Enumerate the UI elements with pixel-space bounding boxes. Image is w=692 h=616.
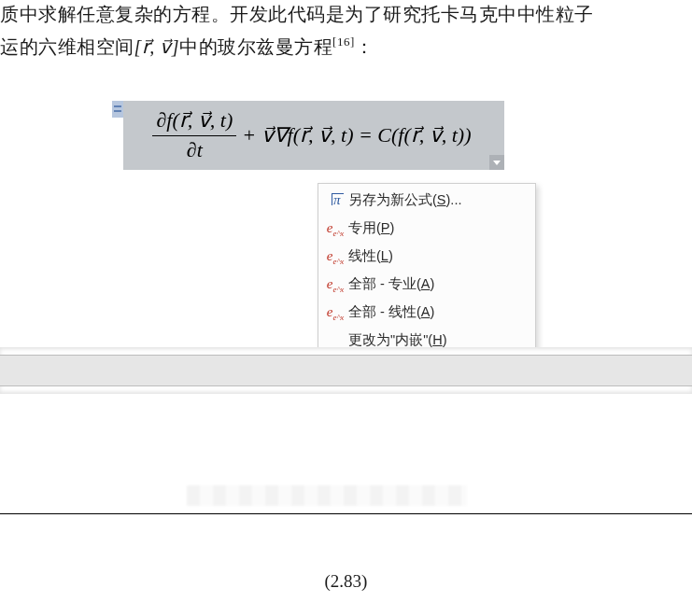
equation-number: (2.83): [0, 571, 692, 592]
menu-label: 专用(P): [348, 219, 513, 237]
professional-format-icon: ee^x: [322, 217, 348, 239]
para-line2-pre: 运的六维相空间: [0, 36, 134, 57]
equation-math: ∂f(r⃗, v⃗, t) ∂t + v⃗∇f(r⃗, v⃗, t) = C(f…: [150, 108, 471, 162]
linear-format-icon: ee^x: [322, 301, 348, 323]
equation-move-handle[interactable]: [112, 101, 123, 118]
menu-label: 更改为"内嵌"(H): [348, 331, 513, 349]
para-line2-post: 中的玻尔兹曼方程: [179, 36, 332, 57]
redacted-header-text: [187, 485, 467, 506]
menu-item-all-professional[interactable]: ee^x 全部 - 专业(A): [318, 270, 535, 298]
menu-item-professional[interactable]: ee^x 专用(P): [318, 214, 535, 242]
equation-frac-num: ∂f(r⃗, v⃗, t): [152, 108, 236, 133]
save-equation-icon: π: [322, 189, 348, 211]
chevron-down-icon: [492, 158, 501, 167]
equation-object[interactable]: ∂f(r⃗, v⃗, t) ∂t + v⃗∇f(r⃗, v⃗, t) = C(f…: [112, 101, 504, 170]
menu-item-linear[interactable]: ee^x 线性(L): [318, 242, 535, 270]
linear-format-icon: ee^x: [322, 245, 348, 267]
menu-label: 线性(L): [348, 247, 513, 265]
menu-label: 全部 - 专业(A): [348, 275, 513, 293]
paragraph: 质中求解任意复杂的方程。开发此代码是为了研究托卡马克中中性粒子 运的六维相空间[…: [0, 0, 686, 61]
page-break-gap: [0, 355, 692, 386]
equation-rest: + v⃗∇f(r⃗, v⃗, t) = C(f(r⃗, v⃗, t)): [242, 123, 471, 147]
equation-options-button[interactable]: [489, 155, 504, 170]
menu-label: 全部 - 线性(A): [348, 303, 513, 321]
citation-ref: [16]: [332, 35, 355, 49]
footer-rule: [0, 513, 692, 514]
equation-body[interactable]: ∂f(r⃗, v⃗, t) ∂t + v⃗∇f(r⃗, v⃗, t) = C(f…: [123, 101, 504, 170]
menu-item-save-as-new[interactable]: π 另存为新公式(S)...: [318, 186, 535, 214]
svg-marker-0: [493, 161, 501, 165]
para-line2-end: ：: [355, 36, 374, 57]
phase-space-bracket: [r⃗, v⃗]: [134, 36, 180, 57]
para-line1: 质中求解任意复杂的方程。开发此代码是为了研究托卡马克中中性粒子: [0, 4, 594, 24]
menu-item-all-linear[interactable]: ee^x 全部 - 线性(A): [318, 298, 535, 326]
professional-format-icon: ee^x: [322, 273, 348, 295]
menu-label: 另存为新公式(S)...: [348, 191, 513, 209]
equation-frac-den: ∂t: [183, 138, 206, 162]
